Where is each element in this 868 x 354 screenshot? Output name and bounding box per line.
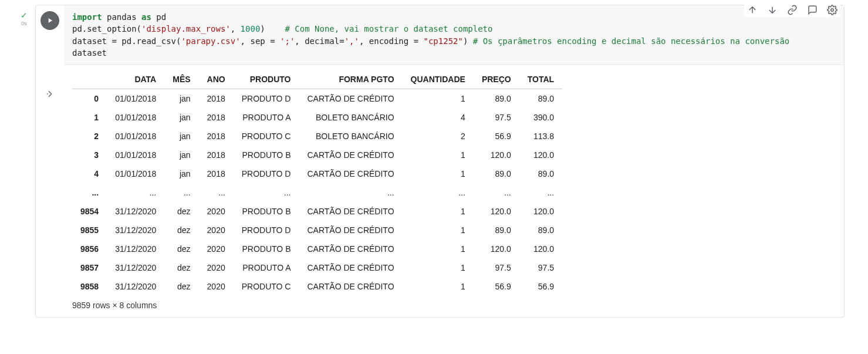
cell-forma: CARTÃO DE CRÉDITO (299, 89, 402, 109)
cell-qtd: 1 (403, 89, 474, 109)
col-forma: FORMA PGTO (299, 70, 402, 89)
cell-total: 113.8 (519, 127, 562, 146)
col-data: DATA (107, 70, 164, 89)
col-total: TOTAL (519, 70, 562, 89)
dataframe-summary: 9859 rows × 8 columns (72, 296, 836, 313)
cell-mes: dez (164, 202, 198, 221)
cell-ano: 2020 (199, 258, 234, 277)
cell-mes: dez (164, 221, 198, 240)
cell-total: 56.9 (519, 277, 562, 296)
cell-data: 01/01/2018 (107, 108, 164, 127)
status-check-icon: ✓ (21, 11, 28, 19)
output-area: DATA MÊS ANO PRODUTO FORMA PGTO QUANTIDA… (64, 65, 844, 317)
cell-ano: 2020 (199, 240, 234, 258)
cell-qtd: 4 (403, 108, 474, 127)
output-marker-icon[interactable] (43, 89, 56, 99)
table-row: 985731/12/2020dez2020PRODUTO ACARTÃO DE … (72, 258, 562, 277)
cell-qtd: 1 (403, 277, 474, 296)
cell-data: 31/12/2020 (107, 221, 164, 240)
row-index: 9854 (72, 202, 107, 221)
row-index: 9855 (72, 221, 107, 240)
notebook-cell: ✓ 0s import pandas as pd pd.set_option('… (35, 5, 845, 318)
comment-button[interactable] (806, 4, 818, 16)
row-index: 2 (72, 127, 107, 146)
col-mes: MÊS (164, 70, 198, 89)
cell-forma: BOLETO BANCÁRIO (299, 108, 402, 127)
table-row: 301/01/2018jan2018PRODUTO BCARTÃO DE CRÉ… (72, 146, 562, 164)
svg-point-0 (831, 9, 834, 12)
cell-preco: 56.9 (474, 277, 519, 296)
cell-ano: 2020 (199, 221, 234, 240)
table-row: 985831/12/2020dez2020PRODUTO CCARTÃO DE … (72, 277, 562, 296)
cell-ano: 2018 (199, 127, 234, 146)
table-header-row: DATA MÊS ANO PRODUTO FORMA PGTO QUANTIDA… (72, 70, 562, 89)
cell-mes: dez (164, 240, 198, 258)
cell-forma: CARTÃO DE CRÉDITO (299, 202, 402, 221)
cell-forma: CARTÃO DE CRÉDITO (299, 240, 402, 258)
cell-preco: 120.0 (474, 240, 519, 258)
cell-data: 01/01/2018 (107, 164, 164, 183)
table-row: 201/01/2018jan2018PRODUTO CBOLETO BANCÁR… (72, 127, 562, 146)
code-editor[interactable]: import pandas as pd pd.set_option('displ… (64, 5, 844, 65)
cell-qtd: 1 (403, 258, 474, 277)
cell-data: 01/01/2018 (107, 146, 164, 164)
cell-mes: jan (164, 164, 198, 183)
cell-total: 97.5 (519, 258, 562, 277)
status-exec-time: 0s (21, 21, 27, 26)
table-row: 985431/12/2020dez2020PRODUTO BCARTÃO DE … (72, 202, 562, 221)
cell-produto: PRODUTO B (234, 202, 299, 221)
cell-total: 120.0 (519, 146, 562, 164)
cell-toolbar (744, 3, 840, 17)
cell-mes: jan (164, 89, 198, 109)
table-row: 985531/12/2020dez2020PRODUTO DCARTÃO DE … (72, 221, 562, 240)
row-index: 4 (72, 164, 107, 183)
cell-preco: 56.9 (474, 127, 519, 146)
cell-mes: jan (164, 108, 198, 127)
cell-preco: 120.0 (474, 146, 519, 164)
cell-total: 120.0 (519, 202, 562, 221)
col-ano: ANO (199, 70, 234, 89)
cell-produto: PRODUTO C (234, 277, 299, 296)
cell-forma: CARTÃO DE CRÉDITO (299, 221, 402, 240)
cell-data: 01/01/2018 (107, 89, 164, 109)
cell-preco: 89.0 (474, 89, 519, 109)
table-row: 001/01/2018jan2018PRODUTO DCARTÃO DE CRÉ… (72, 89, 562, 109)
cell-mes: dez (164, 258, 198, 277)
cell-preco: 97.5 (474, 108, 519, 127)
settings-button[interactable] (826, 4, 838, 16)
table-row: 101/01/2018jan2018PRODUTO ABOLETO BANCÁR… (72, 108, 562, 127)
dataframe-table: DATA MÊS ANO PRODUTO FORMA PGTO QUANTIDA… (72, 70, 562, 296)
cell-forma: CARTÃO DE CRÉDITO (299, 258, 402, 277)
cell-data: 31/12/2020 (107, 277, 164, 296)
cell-qtd: 1 (403, 221, 474, 240)
col-qtd: QUANTIDADE (403, 70, 474, 89)
cell-ano: 2018 (199, 108, 234, 127)
cell-forma: CARTÃO DE CRÉDITO (299, 277, 402, 296)
cell-produto: PRODUTO D (234, 221, 299, 240)
cell-total: 89.0 (519, 164, 562, 183)
move-up-button[interactable] (747, 4, 758, 16)
col-index (72, 70, 107, 89)
cell-mes: jan (164, 127, 198, 146)
run-cell-button[interactable] (40, 11, 59, 30)
col-produto: PRODUTO (234, 70, 299, 89)
move-down-button[interactable] (766, 4, 778, 16)
cell-produto: PRODUTO C (234, 127, 299, 146)
cell-ano: 2020 (199, 277, 234, 296)
cell-preco: 89.0 (474, 164, 519, 183)
row-index: 9856 (72, 240, 107, 258)
cell-mes: jan (164, 146, 198, 164)
table-row: 985631/12/2020dez2020PRODUTO BCARTÃO DE … (72, 240, 562, 258)
cell-ano: 2018 (199, 146, 234, 164)
link-button[interactable] (786, 4, 798, 16)
cell-total: 89.0 (519, 221, 562, 240)
cell-forma: BOLETO BANCÁRIO (299, 127, 402, 146)
col-preco: PREÇO (474, 70, 519, 89)
row-index: 3 (72, 146, 107, 164)
cell-preco: 120.0 (474, 202, 519, 221)
cell-produto: PRODUTO A (234, 108, 299, 127)
cell-qtd: 1 (403, 164, 474, 183)
row-index: 9858 (72, 277, 107, 296)
cell-content: import pandas as pd pd.set_option('displ… (64, 5, 844, 317)
play-icon (46, 16, 54, 25)
